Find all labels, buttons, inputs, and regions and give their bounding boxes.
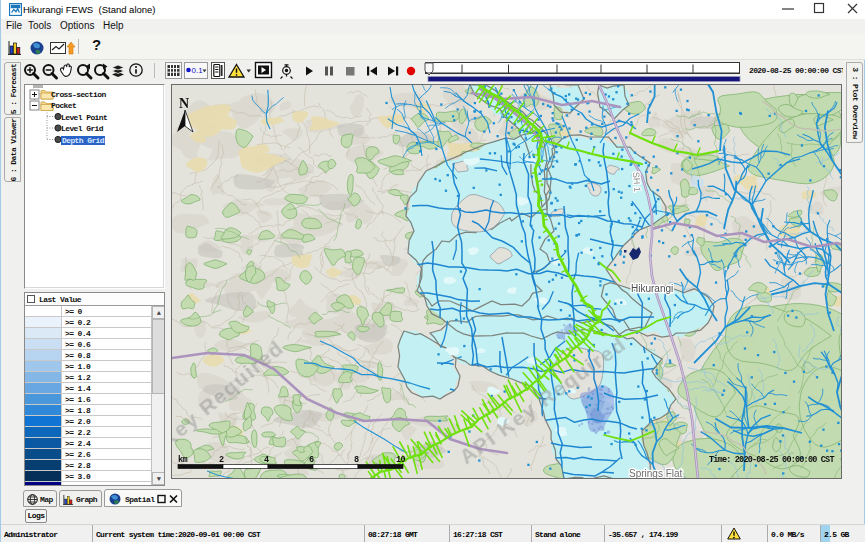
svg-text:Hikurangi: Hikurangi	[631, 283, 673, 294]
svg-text:km: km	[178, 455, 188, 465]
svg-text:Time: 2020-08-25 00:00:00 CST: Time: 2020-08-25 00:00:00 CST	[709, 455, 834, 465]
svg-text:8: 8	[354, 455, 359, 465]
svg-text:N: N	[179, 96, 189, 111]
svg-text:2: 2	[219, 455, 224, 465]
svg-text:Springs Flat: Springs Flat	[629, 468, 683, 479]
svg-text:10: 10	[396, 455, 406, 465]
svg-text:6: 6	[309, 455, 314, 465]
svg-text:4: 4	[264, 455, 269, 465]
svg-text:SH 1: SH 1	[631, 171, 642, 192]
svg-text:2020-08-25 00:00:00 CST: 2020-08-25 00:00:00 CST	[749, 66, 843, 75]
svg-text:0.1: 0.1	[192, 66, 204, 75]
